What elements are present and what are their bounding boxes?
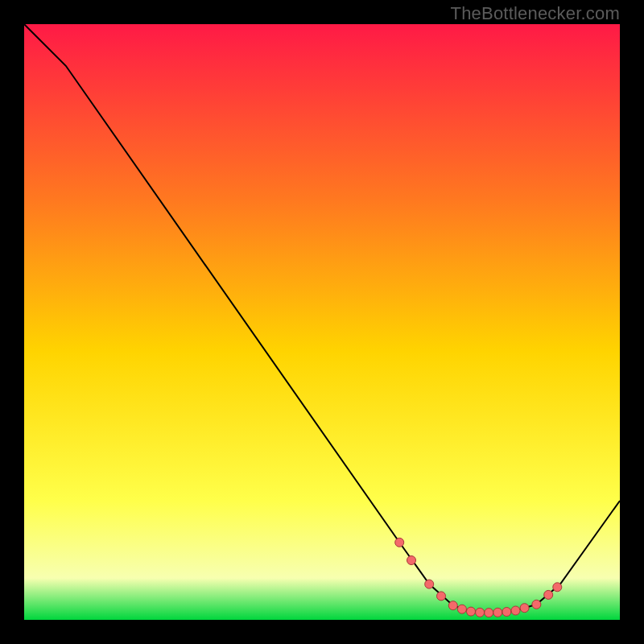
curve-marker [407, 556, 416, 565]
curve-marker [544, 590, 553, 599]
curve-marker [448, 601, 457, 610]
curve-marker [467, 607, 476, 616]
gradient-background [24, 24, 620, 620]
curve-marker [476, 608, 485, 617]
chart-frame [24, 24, 620, 620]
curve-marker [485, 609, 493, 617]
curve-marker [425, 580, 434, 588]
watermark-text: TheBottlenecker.com [451, 3, 620, 24]
bottleneck-chart [24, 24, 620, 620]
curve-marker [493, 608, 502, 617]
curve-marker [437, 592, 446, 601]
curve-marker [502, 608, 511, 617]
curve-marker [532, 600, 541, 609]
curve-marker [395, 538, 404, 547]
curve-marker [520, 604, 529, 613]
curve-marker [457, 605, 466, 613]
curve-marker [553, 583, 562, 592]
curve-marker [511, 606, 520, 615]
